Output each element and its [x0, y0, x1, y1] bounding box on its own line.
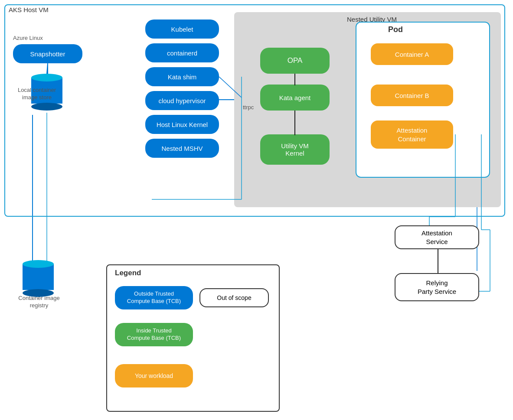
container-b-box: Container B — [371, 85, 453, 106]
aks-host-label: AKS Host VM — [9, 6, 49, 13]
registry-cylinder — [23, 260, 54, 297]
local-store-label: Local containerimage store — [9, 87, 65, 101]
diagram-container: AKS Host VM Azure Linux Snapshotter Loca… — [0, 0, 513, 420]
attestation-service-box: AttestationService — [395, 225, 479, 249]
ttrpc-label: ttrpc — [243, 104, 254, 111]
relying-party-service-box: RelyingParty Service — [395, 273, 479, 301]
opa-box: OPA — [260, 48, 330, 74]
legend-blue-item: Outside TrustedCompute Base (TCB) — [115, 286, 193, 309]
nested-mshv-box: Nested MSHV — [145, 139, 219, 158]
legend-title: Legend — [115, 269, 141, 277]
kata-agent-box: Kata agent — [260, 85, 330, 111]
host-linux-kernel-box: Host Linux Kernel — [145, 115, 219, 134]
registry-label: Container imageregistry — [9, 295, 69, 309]
cylinder-top — [31, 74, 62, 81]
azure-linux-label: Azure Linux — [13, 35, 43, 41]
snapshotter-box: Snapshotter — [13, 44, 82, 63]
legend-orange-item: Your workload — [115, 364, 193, 387]
kata-shim-box: Kata shim — [145, 67, 219, 86]
registry-cylinder-top — [23, 260, 54, 268]
cloud-hypervisor-box: cloud hypervisor — [145, 91, 219, 110]
utility-kernel-box: Utility VMKernel — [260, 134, 330, 165]
registry-cylinder-body — [23, 264, 54, 290]
attestation-container-box: AttestationContainer — [371, 120, 453, 149]
pod-label: Pod — [388, 25, 403, 34]
containerd-box: containerd — [145, 43, 219, 62]
legend-green-item: Inside TrustedCompute Base (TCB) — [115, 323, 193, 346]
legend-outline-item: Out of scope — [199, 288, 269, 307]
kubelet-box: Kubelet — [145, 20, 219, 39]
container-a-box: Container A — [371, 43, 453, 65]
cylinder-bottom — [31, 103, 62, 111]
